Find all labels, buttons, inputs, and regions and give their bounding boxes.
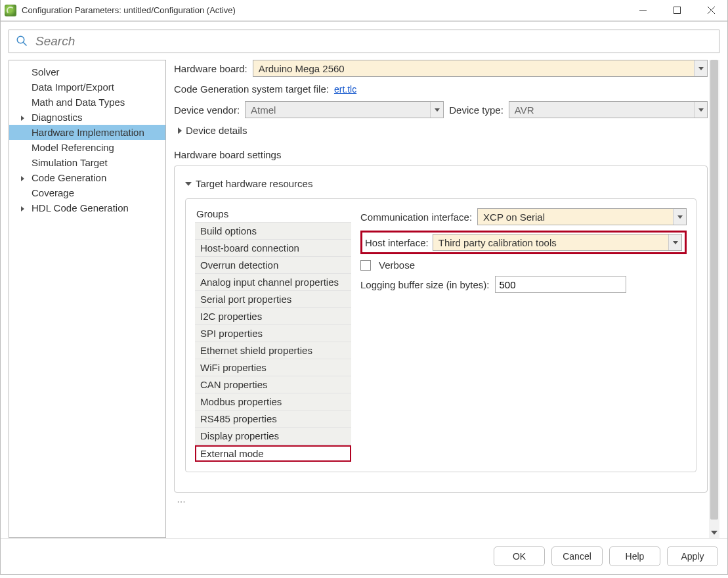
host-interface-value: Third party calibration tools [433, 237, 668, 248]
group-item[interactable]: CAN properties [195, 376, 351, 393]
logging-buffer-label: Logging buffer size (in bytes): [360, 279, 490, 290]
ok-button[interactable]: OK [494, 546, 545, 566]
tree-item[interactable]: Coverage [9, 185, 165, 200]
logging-buffer-row: Logging buffer size (in bytes): [360, 276, 687, 293]
comm-interface-row: Communication interface: XCP on Serial [360, 208, 687, 225]
device-row: Device vendor: Atmel Device type: AVR [174, 101, 708, 118]
chevron-down-icon [694, 60, 707, 76]
device-type-value: AVR [509, 104, 694, 116]
group-item[interactable]: External mode [195, 445, 351, 462]
main-columns: SolverData Import/ExportMath and Data Ty… [9, 60, 719, 538]
help-button[interactable]: Help [609, 546, 660, 566]
search-icon [16, 35, 28, 49]
groups-header: Groups [196, 208, 351, 219]
tree-item[interactable]: Math and Data Types [9, 95, 165, 110]
group-item[interactable]: Ethernet shield properties [195, 342, 351, 359]
group-item[interactable]: Build options [195, 223, 351, 240]
tree-item[interactable]: Model Referencing [9, 140, 165, 155]
scrollbar-down-icon[interactable] [709, 527, 719, 538]
verbose-row: Verbose [360, 259, 687, 271]
comm-interface-select[interactable]: XCP on Serial [477, 208, 687, 225]
minimize-button[interactable] [633, 3, 653, 18]
group-item[interactable]: RS485 properties [195, 411, 351, 428]
group-item[interactable]: Analog input channel properties [195, 274, 351, 291]
hardware-board-row: Hardware board: Arduino Mega 2560 [174, 60, 708, 77]
group-item[interactable]: WiFi properties [195, 359, 351, 376]
group-item[interactable]: Modbus properties [195, 393, 351, 411]
chevron-right-icon [178, 127, 182, 134]
window-controls [633, 3, 721, 18]
device-details-label: Device details [186, 125, 247, 136]
groups-column: Groups Build optionsHost-board connectio… [195, 208, 351, 462]
search-bar [9, 30, 719, 53]
group-list[interactable]: Build optionsHost-board connectionOverru… [195, 222, 351, 462]
right-pane: Hardware board: Arduino Mega 2560 Code G… [174, 60, 719, 538]
device-vendor-select[interactable]: Atmel [245, 101, 444, 118]
body-area: SolverData Import/ExportMath and Data Ty… [1, 21, 727, 538]
device-vendor-label: Device vendor: [174, 104, 240, 116]
group-item[interactable]: Serial port properties [195, 291, 351, 308]
device-type-select[interactable]: AVR [509, 101, 708, 118]
svg-line-5 [23, 42, 26, 45]
apply-button[interactable]: Apply [667, 546, 718, 566]
footer-buttons: OK Cancel Help Apply [1, 538, 727, 574]
cancel-button[interactable]: Cancel [551, 546, 603, 566]
verbose-checkbox[interactable] [360, 260, 371, 271]
chevron-down-icon [430, 102, 443, 118]
group-item[interactable]: Host-board connection [195, 240, 351, 257]
comm-interface-label: Communication interface: [360, 211, 472, 223]
codegen-link[interactable]: ert.tlc [334, 84, 356, 95]
chevron-down-icon [185, 182, 192, 186]
svg-rect-1 [674, 7, 680, 14]
comm-interface-value: XCP on Serial [478, 211, 673, 223]
content-area: Hardware board: Arduino Mega 2560 Code G… [174, 60, 708, 504]
device-details-expander[interactable]: Device details [178, 125, 708, 136]
chevron-down-icon [668, 234, 681, 250]
hardware-settings-label: Hardware board settings [174, 149, 708, 160]
verbose-label: Verbose [379, 259, 415, 271]
hardware-settings-panel: Target hardware resources Groups Build o… [174, 166, 708, 493]
hardware-board-label: Hardware board: [174, 63, 247, 74]
device-type-label: Device type: [449, 104, 503, 116]
scrollbar[interactable] [709, 60, 719, 538]
app-icon [5, 5, 16, 16]
window-title: Configuration Parameters: untitled/Confi… [22, 5, 633, 15]
target-resources-expander[interactable]: Target hardware resources [185, 178, 696, 189]
tree-item[interactable]: Diagnostics [9, 110, 165, 125]
tree-item[interactable]: Code Generation [9, 170, 165, 185]
logging-buffer-input[interactable] [495, 276, 626, 293]
config-window: Configuration Parameters: untitled/Confi… [0, 0, 728, 575]
codegen-label: Code Generation system target file: [174, 83, 329, 95]
group-item[interactable]: Display properties [195, 428, 351, 445]
device-vendor-value: Atmel [246, 104, 430, 116]
target-resources-label: Target hardware resources [196, 178, 312, 189]
host-interface-highlight: Host interface: Third party calibration … [360, 231, 687, 254]
target-resources-panel: Groups Build optionsHost-board connectio… [185, 198, 696, 472]
svg-point-4 [17, 36, 24, 43]
chevron-down-icon [694, 102, 707, 118]
maximize-button[interactable] [667, 3, 687, 18]
hardware-board-value: Arduino Mega 2560 [253, 63, 694, 74]
tree-item[interactable]: Solver [9, 64, 165, 79]
chevron-down-icon [673, 209, 686, 225]
properties-column: Communication interface: XCP on Serial [360, 208, 687, 298]
group-item[interactable]: I2C properties [195, 308, 351, 325]
hardware-board-select[interactable]: Arduino Mega 2560 [253, 60, 708, 77]
scrollbar-thumb[interactable] [710, 60, 718, 520]
host-interface-select[interactable]: Third party calibration tools [433, 234, 682, 251]
codegen-row: Code Generation system target file: ert.… [174, 83, 708, 95]
group-item[interactable]: Overrun detection [195, 257, 351, 274]
search-input[interactable] [34, 33, 712, 49]
titlebar: Configuration Parameters: untitled/Confi… [1, 0, 727, 21]
close-button[interactable] [701, 3, 721, 18]
tree-item[interactable]: Data Import/Export [9, 79, 165, 95]
tree-item[interactable]: Hardware Implementation [9, 125, 165, 140]
group-item[interactable]: SPI properties [195, 325, 351, 342]
overflow-indicator: … [177, 494, 708, 504]
host-interface-row: Host interface: Third party calibration … [360, 231, 687, 254]
category-tree[interactable]: SolverData Import/ExportMath and Data Ty… [9, 60, 166, 538]
host-interface-label: Host interface: [365, 237, 429, 248]
tree-item[interactable]: HDL Code Generation [9, 200, 165, 215]
tree-item[interactable]: Simulation Target [9, 155, 165, 170]
